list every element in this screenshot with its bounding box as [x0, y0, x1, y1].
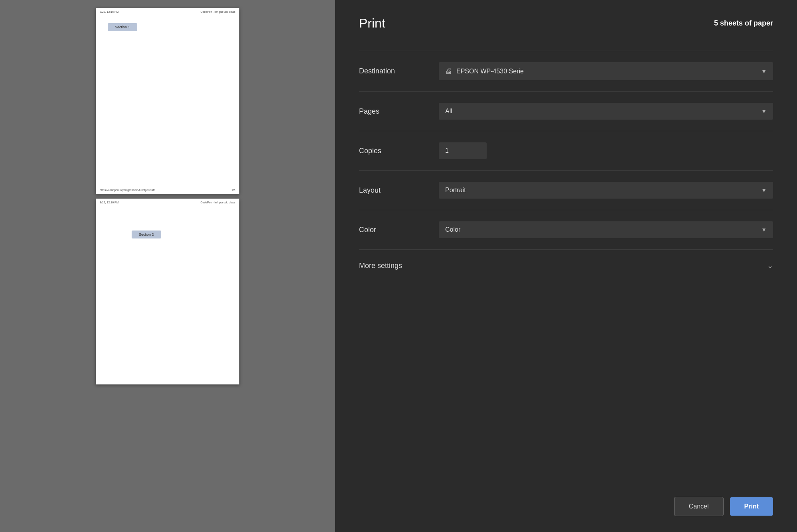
- color-row: Color Color ▼: [359, 210, 773, 250]
- color-chevron-icon: ▼: [761, 227, 767, 233]
- pages-value: All: [445, 108, 757, 115]
- section1-badge: Section 1: [108, 23, 137, 31]
- page2-timestamp: 8/22, 12:16 PM: [100, 201, 118, 204]
- page1-url: https://codepen.io/profgrahame/full/dyoK…: [100, 189, 155, 191]
- destination-chevron-icon: ▼: [761, 68, 767, 75]
- footer-buttons: Cancel Print: [359, 485, 773, 532]
- settings-area: Destination 🖨 EPSON WP-4530 Serie ▼ Page…: [359, 51, 773, 532]
- layout-row: Layout Portrait ▼: [359, 171, 773, 210]
- printer-icon: 🖨: [445, 67, 452, 75]
- color-label: Color: [359, 226, 439, 234]
- pages-dropdown[interactable]: All ▼: [439, 103, 773, 120]
- destination-label: Destination: [359, 67, 439, 75]
- layout-value: Portrait: [445, 187, 757, 194]
- copies-control[interactable]: [439, 142, 773, 159]
- color-dropdown[interactable]: Color ▼: [439, 221, 773, 238]
- copies-row: Copies: [359, 131, 773, 171]
- print-button[interactable]: Print: [730, 497, 773, 516]
- more-settings-row[interactable]: More settings ⌄: [359, 250, 773, 281]
- copies-label: Copies: [359, 147, 439, 155]
- copies-input[interactable]: [439, 142, 487, 159]
- layout-label: Layout: [359, 186, 439, 195]
- pages-row: Pages All ▼: [359, 92, 773, 131]
- expand-chevron-icon: ⌄: [767, 261, 773, 270]
- pages-control[interactable]: All ▼: [439, 103, 773, 120]
- destination-row: Destination 🖨 EPSON WP-4530 Serie ▼: [359, 51, 773, 92]
- destination-dropdown[interactable]: 🖨 EPSON WP-4530 Serie ▼: [439, 62, 773, 80]
- page2-title: CodePen - left pseudo class: [200, 201, 235, 204]
- layout-dropdown[interactable]: Portrait ▼: [439, 182, 773, 199]
- page1-number: 1/5: [231, 189, 235, 191]
- sheets-info: 5 sheets of paper: [714, 19, 773, 28]
- color-value: Color: [445, 226, 757, 233]
- section2-badge: Section 2: [132, 231, 161, 238]
- destination-control[interactable]: 🖨 EPSON WP-4530 Serie ▼: [439, 62, 773, 80]
- page-preview-2: 8/22, 12:16 PM CodePen - left pseudo cla…: [96, 199, 239, 384]
- page1-title: CodePen - left pseudo class: [200, 10, 235, 13]
- page1-header: 8/22, 12:16 PM CodePen - left pseudo cla…: [96, 8, 239, 16]
- page-preview-1: 8/22, 12:16 PM CodePen - left pseudo cla…: [96, 8, 239, 194]
- section2-container: Section 2: [132, 230, 239, 238]
- layout-chevron-icon: ▼: [761, 187, 767, 193]
- print-panel: Print 5 sheets of paper Destination 🖨 EP…: [335, 0, 797, 532]
- page1-timestamp: 8/22, 12:16 PM: [100, 10, 118, 13]
- pages-label: Pages: [359, 107, 439, 116]
- destination-value: EPSON WP-4530 Serie: [456, 68, 757, 75]
- page2-header: 8/22, 12:16 PM CodePen - left pseudo cla…: [96, 199, 239, 206]
- cancel-button[interactable]: Cancel: [674, 497, 724, 516]
- more-settings-label: More settings: [359, 262, 402, 270]
- preview-area: 8/22, 12:16 PM CodePen - left pseudo cla…: [0, 0, 335, 532]
- print-title: Print: [359, 16, 385, 31]
- layout-control[interactable]: Portrait ▼: [439, 182, 773, 199]
- pages-chevron-icon: ▼: [761, 108, 767, 114]
- print-header: Print 5 sheets of paper: [359, 0, 773, 51]
- color-control[interactable]: Color ▼: [439, 221, 773, 238]
- section1-container: Section 1: [108, 23, 239, 31]
